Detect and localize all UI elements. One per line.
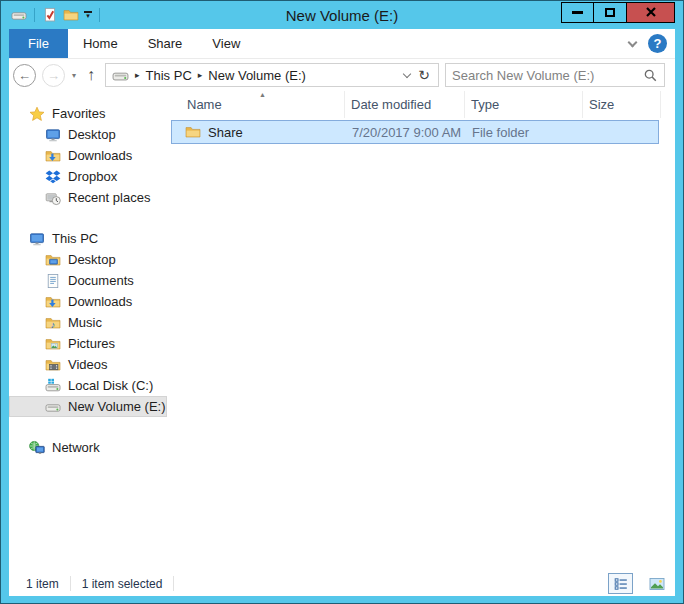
breadcrumb-separator-icon: ▸ [198,70,203,80]
table-row[interactable]: Share 7/20/2017 9:00 AM File folder [171,120,659,144]
system-drive-icon [45,378,61,394]
help-icon[interactable]: ? [648,34,667,53]
breadcrumb[interactable]: ▸ This PC ▸ New Volume (E:) ↻ [105,63,439,87]
large-icons-view-button[interactable] [644,573,669,594]
address-dropdown-icon[interactable] [403,69,411,77]
sidebar-item-desktop[interactable]: Desktop [9,124,167,145]
drive-icon [45,399,61,415]
computer-icon [29,231,45,247]
quick-access-toolbar: ▾ [9,7,102,23]
details-view-button[interactable] [608,573,633,594]
sidebar-item-network[interactable]: Network [9,437,167,458]
main-area: Favorites Desktop Downloads Dropbox Rece… [9,91,675,571]
forward-button[interactable]: → [42,64,65,87]
sidebar-item-downloads[interactable]: Downloads [9,145,167,166]
maximize-button[interactable] [594,2,627,23]
file-list: ▲ Name Date modified Type Size Share 7/2… [167,91,675,571]
videos-folder-icon [45,357,61,373]
column-header-type[interactable]: Type [465,91,583,118]
back-icon: ← [18,68,31,83]
forward-icon: → [47,68,60,83]
tab-view[interactable]: View [197,29,255,58]
file-date-modified: 7/20/2017 9:00 AM [346,125,466,140]
ribbon-right-controls: ? [629,29,675,58]
sidebar-item-favorites[interactable]: Favorites [9,103,167,124]
navigation-pane: Favorites Desktop Downloads Dropbox Rece… [9,91,167,571]
new-folder-icon[interactable] [63,7,79,23]
status-separator [173,576,174,591]
music-folder-icon: ♪ [45,315,61,331]
file-type: File folder [466,125,584,140]
svg-text:♪: ♪ [50,318,55,329]
customize-toolbar-icon[interactable]: ▾ [84,11,92,19]
toolbar-separator [99,8,100,22]
breadcrumb-this-pc[interactable]: This PC [146,68,192,83]
refresh-icon[interactable]: ↻ [416,67,432,83]
sidebar-item-dropbox[interactable]: Dropbox [9,166,167,187]
back-button[interactable]: ← [13,64,36,87]
sidebar-item-pictures[interactable]: Pictures [9,333,167,354]
explorer-window: ▾ New Volume (E:) File Home Share View ? [0,0,684,604]
column-header-date-modified[interactable]: Date modified [345,91,465,118]
minimize-icon [572,11,583,14]
desktop-folder-icon [45,252,61,268]
dropbox-icon [45,169,61,185]
maximize-icon [605,8,615,17]
tab-share[interactable]: Share [133,29,198,58]
sidebar-item-documents[interactable]: Documents [9,270,167,291]
up-button[interactable]: ↑ [83,66,99,84]
title-bar: ▾ New Volume (E:) [9,1,675,29]
sidebar-item-pc-desktop[interactable]: Desktop [9,249,167,270]
recent-places-icon [45,190,61,206]
sort-ascending-icon: ▲ [259,91,266,98]
expand-ribbon-icon[interactable] [628,37,638,47]
item-count: 1 item [26,577,59,591]
drive-icon[interactable] [11,7,27,23]
selection-count: 1 item selected [82,577,163,591]
properties-icon[interactable] [42,7,58,23]
recent-locations-icon[interactable]: ▾ [71,71,77,80]
sidebar-item-pc-downloads[interactable]: Downloads [9,291,167,312]
window-body: File Home Share View ? ← → ▾ ↑ ▸ This PC… [9,29,675,596]
search-box[interactable] [445,63,665,87]
network-icon [29,440,45,456]
column-header-name[interactable]: Name [167,91,345,118]
sidebar-item-videos[interactable]: Videos [9,354,167,375]
address-bar: ← → ▾ ↑ ▸ This PC ▸ New Volume (E:) ↻ [9,59,675,91]
sidebar-item-local-disk-c[interactable]: Local Disk (C:) [9,375,167,396]
sidebar-item-recent-places[interactable]: Recent places [9,187,167,208]
minimize-button[interactable] [561,2,594,23]
window-controls [561,2,675,23]
status-separator [70,576,71,591]
close-icon [645,6,657,18]
breadcrumb-new-volume[interactable]: New Volume (E:) [208,68,306,83]
toolbar-separator [34,8,35,22]
column-header-size[interactable]: Size [583,91,661,118]
details-view-icon [613,576,629,592]
ribbon-tab-bar: File Home Share View ? [9,29,675,59]
folder-icon [185,124,201,140]
downloads-folder-icon [45,148,61,164]
close-button[interactable] [627,2,675,23]
breadcrumb-separator-icon: ▸ [135,70,140,80]
tab-home[interactable]: Home [68,29,133,58]
drive-icon [112,67,129,84]
sidebar-item-music[interactable]: ♪ Music [9,312,167,333]
file-name: Share [208,125,243,140]
monitor-icon [45,127,61,143]
star-icon [29,106,45,122]
downloads-folder-icon [45,294,61,310]
search-icon[interactable] [643,68,658,83]
tab-file[interactable]: File [9,29,68,58]
column-headers: ▲ Name Date modified Type Size [167,91,675,118]
status-bar: 1 item 1 item selected [9,571,675,596]
pictures-folder-icon [45,336,61,352]
search-input[interactable] [452,68,643,83]
sidebar-item-this-pc[interactable]: This PC [9,228,167,249]
documents-icon [45,273,61,289]
sidebar-item-new-volume-e[interactable]: New Volume (E:) [9,396,167,417]
thumbnail-view-icon [649,576,665,592]
